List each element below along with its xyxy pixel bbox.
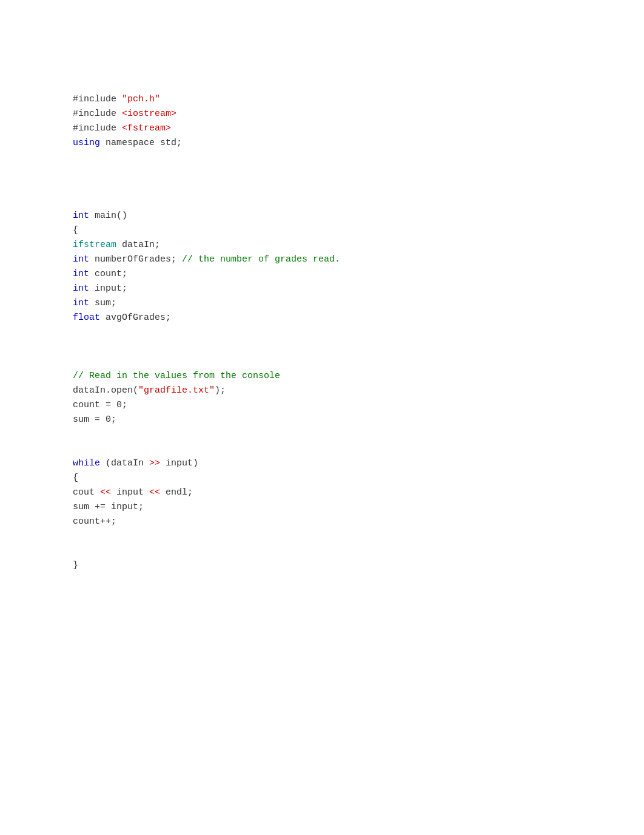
blank-line xyxy=(73,325,571,340)
code-line-sum_assign: sum = 0; xyxy=(73,413,571,427)
blank-line xyxy=(73,529,571,544)
blank-line xyxy=(73,427,571,442)
code-line-while_line: while (dataIn >> input) xyxy=(73,456,571,471)
blank-line xyxy=(73,602,571,617)
code-line-include1: #include "pch.h" xyxy=(73,92,571,107)
blank-line xyxy=(73,63,571,78)
code-line-count_assign: count = 0; xyxy=(73,398,571,413)
code-line-sum_plus: sum += input; xyxy=(73,500,571,515)
blank-line xyxy=(73,340,571,354)
blank-line xyxy=(73,442,571,456)
code-line-float_decl: float avgOfGrades; xyxy=(73,311,571,325)
code-line-sum_decl: int sum; xyxy=(73,296,571,311)
blank-line xyxy=(73,544,571,558)
code-line-count_pp: count++; xyxy=(73,515,571,529)
blank-line xyxy=(73,354,571,369)
blank-line xyxy=(73,180,571,194)
code-line-include2: #include <iostream> xyxy=(73,107,571,121)
code-line-num_grades: int numberOfGrades; // the number of gra… xyxy=(73,252,571,267)
blank-line xyxy=(73,587,571,602)
blank-line xyxy=(73,194,571,209)
code-line-brace_open: { xyxy=(73,223,571,238)
blank-line xyxy=(73,78,571,92)
blank-line xyxy=(73,573,571,587)
code-container: #include "pch.h"#include <iostream>#incl… xyxy=(73,49,571,617)
code-line-count_decl: int count; xyxy=(73,267,571,282)
code-line-while_brace: { xyxy=(73,471,571,485)
blank-line xyxy=(73,150,571,165)
code-line-cout_line: cout << input << endl; xyxy=(73,485,571,500)
blank-line xyxy=(73,165,571,180)
code-line-open_file: dataIn.open("gradfile.txt"); xyxy=(73,384,571,398)
code-line-int_main: int main() xyxy=(73,209,571,223)
code-line-comment_read: // Read in the values from the console xyxy=(73,369,571,384)
blank-line xyxy=(73,49,571,63)
code-line-using1: using namespace std; xyxy=(73,136,571,150)
code-line-while_close: } xyxy=(73,558,571,573)
code-line-input_decl: int input; xyxy=(73,282,571,296)
code-line-ifstream_line: ifstream dataIn; xyxy=(73,238,571,252)
code-line-include3: #include <fstream> xyxy=(73,121,571,136)
